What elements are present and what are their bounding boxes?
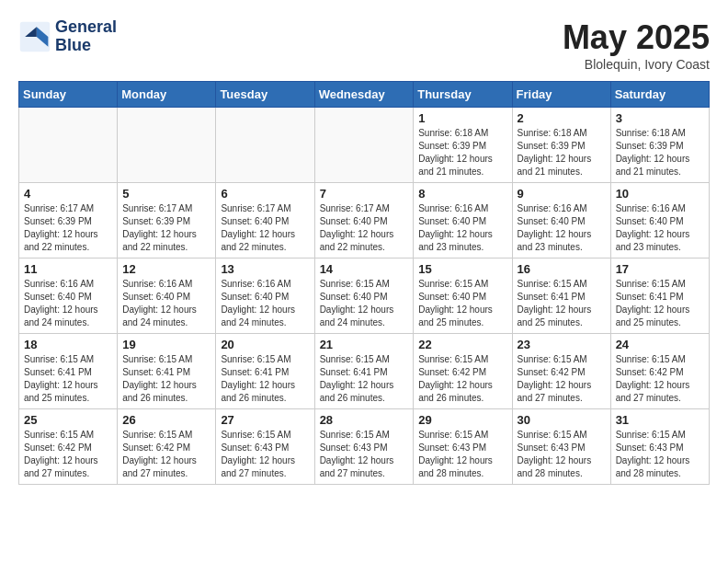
day-info: Sunrise: 6:16 AMSunset: 6:40 PMDaylight:… bbox=[418, 202, 506, 254]
day-number: 16 bbox=[518, 262, 606, 276]
col-monday: Monday bbox=[118, 82, 216, 108]
week-row-0: 1Sunrise: 6:18 AMSunset: 6:39 PMDaylight… bbox=[19, 108, 710, 183]
calendar-cell bbox=[118, 108, 216, 183]
calendar-cell: 1Sunrise: 6:18 AMSunset: 6:39 PMDaylight… bbox=[414, 108, 512, 183]
day-number: 6 bbox=[221, 187, 309, 201]
calendar-cell: 29Sunrise: 6:15 AMSunset: 6:43 PMDayligh… bbox=[414, 409, 512, 485]
calendar-cell: 13Sunrise: 6:16 AMSunset: 6:40 PMDayligh… bbox=[216, 259, 314, 334]
day-info: Sunrise: 6:15 AMSunset: 6:41 PMDaylight:… bbox=[24, 353, 112, 405]
day-info: Sunrise: 6:15 AMSunset: 6:42 PMDaylight:… bbox=[122, 429, 210, 480]
day-number: 14 bbox=[320, 262, 409, 276]
day-number: 23 bbox=[518, 338, 606, 351]
day-number: 28 bbox=[320, 413, 409, 427]
page-header: General Blue May 2025 Blolequin, Ivory C… bbox=[18, 18, 710, 72]
calendar-cell: 11Sunrise: 6:16 AMSunset: 6:40 PMDayligh… bbox=[19, 259, 118, 334]
day-number: 18 bbox=[24, 338, 112, 351]
calendar-cell: 28Sunrise: 6:15 AMSunset: 6:43 PMDayligh… bbox=[314, 409, 414, 485]
calendar-cell: 30Sunrise: 6:15 AMSunset: 6:43 PMDayligh… bbox=[512, 409, 610, 485]
calendar-cell: 5Sunrise: 6:17 AMSunset: 6:39 PMDaylight… bbox=[118, 183, 216, 259]
calendar-cell bbox=[314, 108, 414, 183]
day-number: 22 bbox=[418, 338, 506, 351]
calendar-cell: 6Sunrise: 6:17 AMSunset: 6:40 PMDaylight… bbox=[216, 183, 314, 259]
col-wednesday: Wednesday bbox=[314, 82, 414, 108]
day-number: 17 bbox=[616, 262, 704, 276]
col-thursday: Thursday bbox=[414, 82, 512, 108]
calendar-cell: 20Sunrise: 6:15 AMSunset: 6:41 PMDayligh… bbox=[216, 334, 314, 409]
day-info: Sunrise: 6:15 AMSunset: 6:43 PMDaylight:… bbox=[221, 429, 309, 480]
day-number: 31 bbox=[616, 413, 704, 427]
week-row-3: 18Sunrise: 6:15 AMSunset: 6:41 PMDayligh… bbox=[19, 334, 710, 409]
day-number: 4 bbox=[24, 187, 112, 201]
calendar-cell: 17Sunrise: 6:15 AMSunset: 6:41 PMDayligh… bbox=[610, 259, 709, 334]
logo-line2: Blue bbox=[55, 37, 117, 55]
day-number: 1 bbox=[418, 111, 506, 125]
day-info: Sunrise: 6:15 AMSunset: 6:42 PMDaylight:… bbox=[518, 353, 606, 405]
calendar-cell: 21Sunrise: 6:15 AMSunset: 6:41 PMDayligh… bbox=[314, 334, 414, 409]
day-info: Sunrise: 6:15 AMSunset: 6:42 PMDaylight:… bbox=[24, 429, 112, 480]
day-info: Sunrise: 6:17 AMSunset: 6:39 PMDaylight:… bbox=[122, 202, 210, 254]
header-row: Sunday Monday Tuesday Wednesday Thursday… bbox=[19, 82, 710, 108]
day-info: Sunrise: 6:16 AMSunset: 6:40 PMDaylight:… bbox=[122, 278, 210, 329]
day-number: 20 bbox=[221, 338, 309, 351]
day-number: 2 bbox=[518, 111, 606, 125]
calendar-cell: 12Sunrise: 6:16 AMSunset: 6:40 PMDayligh… bbox=[118, 259, 216, 334]
calendar-cell: 8Sunrise: 6:16 AMSunset: 6:40 PMDaylight… bbox=[414, 183, 512, 259]
day-info: Sunrise: 6:15 AMSunset: 6:41 PMDaylight:… bbox=[320, 353, 409, 405]
day-info: Sunrise: 6:17 AMSunset: 6:40 PMDaylight:… bbox=[221, 202, 309, 254]
day-info: Sunrise: 6:15 AMSunset: 6:41 PMDaylight:… bbox=[616, 278, 704, 329]
day-info: Sunrise: 6:16 AMSunset: 6:40 PMDaylight:… bbox=[616, 202, 704, 254]
logo-icon bbox=[18, 20, 51, 53]
calendar-cell: 25Sunrise: 6:15 AMSunset: 6:42 PMDayligh… bbox=[19, 409, 118, 485]
month-title: May 2025 bbox=[563, 18, 710, 57]
calendar-cell: 10Sunrise: 6:16 AMSunset: 6:40 PMDayligh… bbox=[610, 183, 709, 259]
day-info: Sunrise: 6:15 AMSunset: 6:41 PMDaylight:… bbox=[518, 278, 606, 329]
calendar-body: 1Sunrise: 6:18 AMSunset: 6:39 PMDaylight… bbox=[19, 108, 710, 485]
day-number: 8 bbox=[418, 187, 506, 201]
day-number: 3 bbox=[616, 111, 704, 125]
day-info: Sunrise: 6:18 AMSunset: 6:39 PMDaylight:… bbox=[518, 127, 606, 178]
day-number: 10 bbox=[616, 187, 704, 201]
calendar-cell: 24Sunrise: 6:15 AMSunset: 6:42 PMDayligh… bbox=[610, 334, 709, 409]
week-row-4: 25Sunrise: 6:15 AMSunset: 6:42 PMDayligh… bbox=[19, 409, 710, 485]
col-tuesday: Tuesday bbox=[216, 82, 314, 108]
day-number: 27 bbox=[221, 413, 309, 427]
day-number: 13 bbox=[221, 262, 309, 276]
day-info: Sunrise: 6:18 AMSunset: 6:39 PMDaylight:… bbox=[616, 127, 704, 178]
location-subtitle: Blolequin, Ivory Coast bbox=[563, 57, 710, 72]
day-info: Sunrise: 6:16 AMSunset: 6:40 PMDaylight:… bbox=[24, 278, 112, 329]
calendar-cell: 26Sunrise: 6:15 AMSunset: 6:42 PMDayligh… bbox=[118, 409, 216, 485]
calendar-cell: 23Sunrise: 6:15 AMSunset: 6:42 PMDayligh… bbox=[512, 334, 610, 409]
calendar-cell: 22Sunrise: 6:15 AMSunset: 6:42 PMDayligh… bbox=[414, 334, 512, 409]
day-info: Sunrise: 6:15 AMSunset: 6:40 PMDaylight:… bbox=[320, 278, 409, 329]
col-friday: Friday bbox=[512, 82, 610, 108]
calendar-cell: 31Sunrise: 6:15 AMSunset: 6:43 PMDayligh… bbox=[610, 409, 709, 485]
day-info: Sunrise: 6:15 AMSunset: 6:43 PMDaylight:… bbox=[518, 429, 606, 480]
day-number: 12 bbox=[122, 262, 210, 276]
calendar-cell: 3Sunrise: 6:18 AMSunset: 6:39 PMDaylight… bbox=[610, 108, 709, 183]
day-number: 26 bbox=[122, 413, 210, 427]
day-number: 15 bbox=[418, 262, 506, 276]
logo-line1: General bbox=[55, 18, 117, 37]
calendar-cell: 7Sunrise: 6:17 AMSunset: 6:40 PMDaylight… bbox=[314, 183, 414, 259]
calendar-cell: 27Sunrise: 6:15 AMSunset: 6:43 PMDayligh… bbox=[216, 409, 314, 485]
day-number: 30 bbox=[518, 413, 606, 427]
day-info: Sunrise: 6:18 AMSunset: 6:39 PMDaylight:… bbox=[418, 127, 506, 178]
calendar-cell: 15Sunrise: 6:15 AMSunset: 6:40 PMDayligh… bbox=[414, 259, 512, 334]
week-row-2: 11Sunrise: 6:16 AMSunset: 6:40 PMDayligh… bbox=[19, 259, 710, 334]
logo-text: General Blue bbox=[55, 18, 117, 55]
day-info: Sunrise: 6:15 AMSunset: 6:41 PMDaylight:… bbox=[122, 353, 210, 405]
col-saturday: Saturday bbox=[610, 82, 709, 108]
day-number: 19 bbox=[122, 338, 210, 351]
calendar-cell: 19Sunrise: 6:15 AMSunset: 6:41 PMDayligh… bbox=[118, 334, 216, 409]
day-number: 29 bbox=[418, 413, 506, 427]
day-number: 21 bbox=[320, 338, 409, 351]
calendar-table: Sunday Monday Tuesday Wednesday Thursday… bbox=[18, 81, 710, 485]
calendar-cell bbox=[19, 108, 118, 183]
logo: General Blue bbox=[18, 18, 117, 55]
calendar-cell: 14Sunrise: 6:15 AMSunset: 6:40 PMDayligh… bbox=[314, 259, 414, 334]
day-number: 7 bbox=[320, 187, 409, 201]
title-block: May 2025 Blolequin, Ivory Coast bbox=[563, 18, 710, 72]
day-info: Sunrise: 6:16 AMSunset: 6:40 PMDaylight:… bbox=[221, 278, 309, 329]
calendar-cell: 4Sunrise: 6:17 AMSunset: 6:39 PMDaylight… bbox=[19, 183, 118, 259]
week-row-1: 4Sunrise: 6:17 AMSunset: 6:39 PMDaylight… bbox=[19, 183, 710, 259]
